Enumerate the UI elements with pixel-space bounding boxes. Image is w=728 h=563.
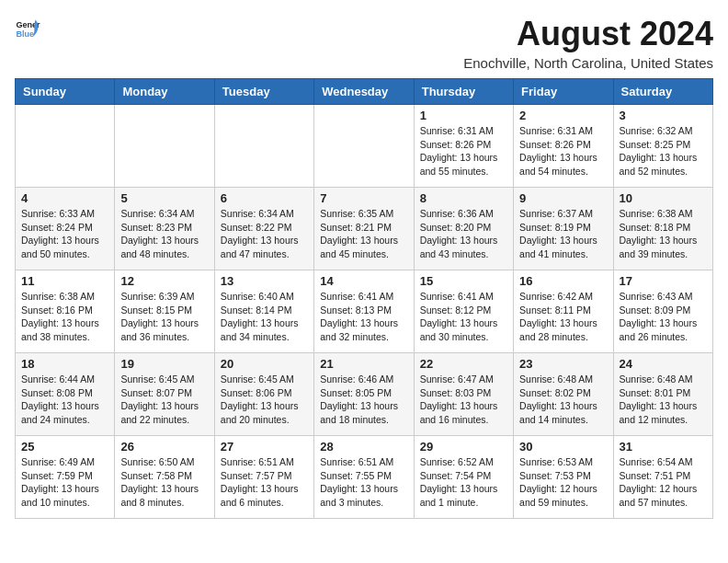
day-cell [115,105,214,188]
week-row-3: 11Sunrise: 6:38 AM Sunset: 8:16 PM Dayli… [16,270,713,353]
calendar-table: SundayMondayTuesdayWednesdayThursdayFrid… [15,78,713,519]
day-number: 18 [21,357,108,371]
day-info: Sunrise: 6:36 AM Sunset: 8:20 PM Dayligh… [420,207,507,261]
day-cell: 9Sunrise: 6:37 AM Sunset: 8:19 PM Daylig… [514,188,613,270]
day-cell: 26Sunrise: 6:50 AM Sunset: 7:58 PM Dayli… [115,436,214,519]
day-info: Sunrise: 6:53 AM Sunset: 7:53 PM Dayligh… [519,455,607,510]
day-number: 23 [519,357,607,371]
day-cell: 31Sunrise: 6:54 AM Sunset: 7:51 PM Dayli… [613,436,712,519]
day-info: Sunrise: 6:31 AM Sunset: 8:26 PM Dayligh… [519,124,607,178]
day-cell: 15Sunrise: 6:41 AM Sunset: 8:12 PM Dayli… [414,270,513,353]
week-row-2: 4Sunrise: 6:33 AM Sunset: 8:24 PM Daylig… [16,188,713,270]
day-info: Sunrise: 6:42 AM Sunset: 8:11 PM Dayligh… [519,290,607,344]
day-cell [16,105,115,188]
day-info: Sunrise: 6:48 AM Sunset: 8:01 PM Dayligh… [620,373,707,427]
day-number: 1 [420,109,507,122]
day-info: Sunrise: 6:50 AM Sunset: 7:58 PM Dayligh… [120,455,208,510]
day-cell: 7Sunrise: 6:35 AM Sunset: 8:21 PM Daylig… [314,188,414,270]
day-number: 2 [519,109,607,122]
day-info: Sunrise: 6:44 AM Sunset: 8:08 PM Dayligh… [21,373,108,427]
day-number: 5 [120,191,208,205]
day-cell: 2Sunrise: 6:31 AM Sunset: 8:26 PM Daylig… [514,105,613,188]
weekday-header-thursday: Thursday [414,79,513,105]
logo: General Blue [15,15,40,40]
day-cell: 8Sunrise: 6:36 AM Sunset: 8:20 PM Daylig… [414,188,513,270]
day-info: Sunrise: 6:31 AM Sunset: 8:26 PM Dayligh… [420,124,507,178]
day-number: 31 [620,440,707,454]
day-cell: 11Sunrise: 6:38 AM Sunset: 8:16 PM Dayli… [16,270,115,353]
day-number: 13 [221,274,308,288]
week-row-5: 25Sunrise: 6:49 AM Sunset: 7:59 PM Dayli… [16,436,713,519]
day-cell: 16Sunrise: 6:42 AM Sunset: 8:11 PM Dayli… [514,270,613,353]
day-cell: 14Sunrise: 6:41 AM Sunset: 8:13 PM Dayli… [314,270,414,353]
weekday-header-saturday: Saturday [613,79,712,105]
day-info: Sunrise: 6:54 AM Sunset: 7:51 PM Dayligh… [620,455,707,510]
day-info: Sunrise: 6:33 AM Sunset: 8:24 PM Dayligh… [21,207,108,261]
day-number: 28 [320,440,407,454]
week-row-4: 18Sunrise: 6:44 AM Sunset: 8:08 PM Dayli… [16,353,713,436]
day-info: Sunrise: 6:37 AM Sunset: 8:19 PM Dayligh… [519,207,607,261]
day-info: Sunrise: 6:45 AM Sunset: 8:07 PM Dayligh… [120,373,208,427]
day-number: 14 [320,274,407,288]
day-number: 7 [320,191,407,205]
weekday-header-friday: Friday [514,79,613,105]
day-cell: 12Sunrise: 6:39 AM Sunset: 8:15 PM Dayli… [115,270,214,353]
day-number: 11 [21,274,108,288]
day-cell: 29Sunrise: 6:52 AM Sunset: 7:54 PM Dayli… [414,436,513,519]
svg-text:Blue: Blue [16,29,34,39]
day-cell: 3Sunrise: 6:32 AM Sunset: 8:25 PM Daylig… [613,105,712,188]
day-cell [214,105,313,188]
day-info: Sunrise: 6:47 AM Sunset: 8:03 PM Dayligh… [420,373,507,427]
day-number: 15 [420,274,507,288]
day-cell: 1Sunrise: 6:31 AM Sunset: 8:26 PM Daylig… [414,105,513,188]
day-cell: 22Sunrise: 6:47 AM Sunset: 8:03 PM Dayli… [414,353,513,436]
page-title: August 2024 [463,15,713,53]
day-info: Sunrise: 6:39 AM Sunset: 8:15 PM Dayligh… [120,290,208,344]
day-cell [314,105,414,188]
day-number: 19 [120,357,208,371]
day-info: Sunrise: 6:38 AM Sunset: 8:18 PM Dayligh… [620,207,707,261]
day-info: Sunrise: 6:34 AM Sunset: 8:23 PM Dayligh… [120,207,208,261]
day-cell: 25Sunrise: 6:49 AM Sunset: 7:59 PM Dayli… [16,436,115,519]
weekday-header-wednesday: Wednesday [314,79,414,105]
day-cell: 17Sunrise: 6:43 AM Sunset: 8:09 PM Dayli… [613,270,712,353]
day-info: Sunrise: 6:45 AM Sunset: 8:06 PM Dayligh… [221,373,308,427]
day-info: Sunrise: 6:41 AM Sunset: 8:13 PM Dayligh… [320,290,407,344]
day-cell: 23Sunrise: 6:48 AM Sunset: 8:02 PM Dayli… [514,353,613,436]
day-cell: 10Sunrise: 6:38 AM Sunset: 8:18 PM Dayli… [613,188,712,270]
day-info: Sunrise: 6:38 AM Sunset: 8:16 PM Dayligh… [21,290,108,344]
day-number: 4 [21,191,108,205]
day-info: Sunrise: 6:41 AM Sunset: 8:12 PM Dayligh… [420,290,507,344]
day-number: 29 [420,440,507,454]
day-number: 16 [519,274,607,288]
day-number: 9 [519,191,607,205]
weekday-header-row: SundayMondayTuesdayWednesdayThursdayFrid… [16,79,713,105]
day-info: Sunrise: 6:48 AM Sunset: 8:02 PM Dayligh… [519,373,607,427]
day-cell: 24Sunrise: 6:48 AM Sunset: 8:01 PM Dayli… [613,353,712,436]
day-cell: 20Sunrise: 6:45 AM Sunset: 8:06 PM Dayli… [214,353,313,436]
page-subtitle: Enochville, North Carolina, United State… [463,55,713,71]
day-cell: 18Sunrise: 6:44 AM Sunset: 8:08 PM Dayli… [16,353,115,436]
day-number: 22 [420,357,507,371]
day-number: 25 [21,440,108,454]
day-number: 6 [221,191,308,205]
day-info: Sunrise: 6:34 AM Sunset: 8:22 PM Dayligh… [221,207,308,261]
day-info: Sunrise: 6:51 AM Sunset: 7:55 PM Dayligh… [320,455,407,510]
day-number: 24 [620,357,707,371]
day-info: Sunrise: 6:52 AM Sunset: 7:54 PM Dayligh… [420,455,507,510]
day-info: Sunrise: 6:32 AM Sunset: 8:25 PM Dayligh… [620,124,707,178]
weekday-header-tuesday: Tuesday [214,79,313,105]
day-cell: 30Sunrise: 6:53 AM Sunset: 7:53 PM Dayli… [514,436,613,519]
day-info: Sunrise: 6:35 AM Sunset: 8:21 PM Dayligh… [320,207,407,261]
day-number: 26 [120,440,208,454]
logo-icon: General Blue [15,15,40,40]
day-number: 27 [221,440,308,454]
day-cell: 28Sunrise: 6:51 AM Sunset: 7:55 PM Dayli… [314,436,414,519]
day-cell: 21Sunrise: 6:46 AM Sunset: 8:05 PM Dayli… [314,353,414,436]
title-block: August 2024 Enochville, North Carolina, … [463,15,713,71]
day-number: 17 [620,274,707,288]
day-cell: 19Sunrise: 6:45 AM Sunset: 8:07 PM Dayli… [115,353,214,436]
day-cell: 5Sunrise: 6:34 AM Sunset: 8:23 PM Daylig… [115,188,214,270]
day-number: 20 [221,357,308,371]
weekday-header-sunday: Sunday [16,79,115,105]
